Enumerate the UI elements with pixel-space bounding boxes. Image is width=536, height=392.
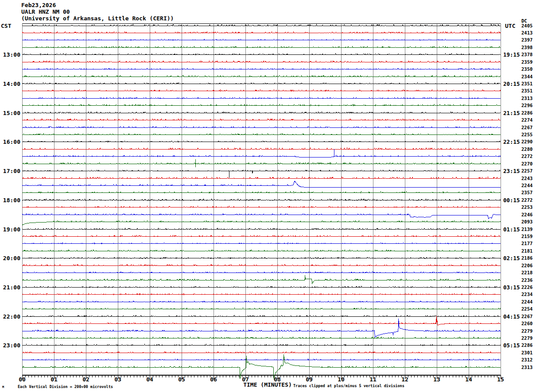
x-tick-label: 13	[433, 376, 440, 383]
dc-offset-value: 2301	[521, 350, 532, 355]
scale-note: Each Vertical Division = 200+00 microvol…	[18, 384, 113, 389]
seismogram-trace	[22, 90, 501, 91]
seismogram-trace	[22, 159, 501, 167]
seismogram-trace	[22, 235, 501, 236]
seismogram-trace	[22, 98, 501, 99]
seismogram-trace	[22, 206, 501, 207]
seismogram-trace	[22, 134, 501, 135]
dc-offset-value: 2279	[521, 328, 532, 334]
dc-offset-value: 2357	[521, 190, 532, 195]
dc-offset-value: 2272	[521, 154, 532, 159]
utc-time-label: 03:15	[503, 284, 520, 291]
seismogram-traces	[22, 25, 501, 380]
dc-offset-value: 2181	[521, 248, 532, 254]
dc-offset-value: 2312	[521, 357, 532, 362]
x-tick-label: 00	[19, 376, 26, 383]
utc-time-label: 21:15	[503, 110, 520, 116]
dc-offset-value: 2313	[521, 96, 532, 101]
utc-time-label: 01:15	[503, 226, 520, 233]
seismogram-trace	[22, 294, 501, 295]
dc-offset-value: 2286	[521, 110, 532, 115]
dc-offset-value: 2280	[521, 146, 532, 152]
seismogram-trace	[22, 199, 501, 200]
utc-time-label: 02:15	[503, 255, 520, 261]
dc-offset-value: 2413	[521, 30, 532, 35]
dc-offset-value: 2296	[521, 103, 532, 108]
dc-offset-value: 2272	[521, 197, 532, 203]
seismogram-trace	[22, 127, 501, 127]
seismogram-trace	[22, 319, 501, 337]
seismogram-trace	[22, 228, 501, 230]
dc-offset-value: 2267	[521, 125, 532, 130]
seismogram-trace	[22, 83, 501, 84]
dc-offset-value: 2253	[521, 204, 532, 210]
corner-mark: M	[2, 385, 4, 389]
x-axis-title: TIME (MINUTES)	[243, 381, 292, 388]
x-tick-label: 15	[497, 376, 504, 383]
dc-offset-value: 2351	[521, 81, 532, 86]
seismogram-trace	[22, 286, 501, 287]
seismogram-trace	[22, 272, 501, 273]
seismogram-trace	[22, 345, 501, 346]
seismogram-trace	[22, 119, 501, 120]
utc-time-label: 20:15	[503, 81, 520, 87]
seismogram-trace	[22, 149, 501, 158]
dc-offset-value: 2260	[521, 321, 532, 326]
seismogram-trace	[22, 192, 501, 192]
dc-offset-value: 2236	[521, 277, 532, 283]
cst-time-label: 22:00	[3, 313, 20, 320]
seismogram-trace	[22, 337, 501, 338]
seismogram-trace	[22, 39, 501, 40]
dc-offset-value: 2397	[521, 37, 532, 42]
dc-offset-value: 2244	[521, 183, 532, 188]
helicorder-plot: Feb23,2026 UALR HNZ NM 00 (University of…	[0, 0, 536, 392]
seismogram-trace	[22, 257, 501, 259]
x-tick-label: 03	[114, 376, 121, 383]
dc-offset-value: 2226	[521, 284, 532, 290]
station-label: UALR HNZ NM 00	[21, 8, 70, 15]
right-timezone-label: UTC	[505, 23, 515, 29]
dc-offset-value: 2186	[521, 255, 532, 261]
seismogram-trace	[22, 181, 501, 187]
seismogram-trace	[22, 25, 501, 26]
x-tick-label: 05	[178, 376, 185, 383]
helicorder-page: Feb23,2026 UALR HNZ NM 00 (University of…	[0, 0, 536, 392]
x-tick-label: 02	[82, 376, 89, 383]
dc-offset-value: 2351	[521, 88, 532, 93]
dc-offset-value: 2398	[521, 45, 532, 50]
clip-note: Traces clipped at plus/minus 5 vertical …	[293, 384, 404, 388]
dc-offset-value: 2177	[521, 241, 532, 246]
seismogram-trace	[22, 301, 501, 302]
seismogram-trace	[22, 275, 501, 284]
seismogram-trace	[22, 243, 501, 244]
seismogram-trace	[22, 69, 501, 69]
dc-offset-value: 2405	[521, 23, 532, 28]
dc-offset-value: 2257	[521, 168, 532, 173]
cst-time-label: 14:00	[3, 81, 20, 87]
seismogram-trace	[22, 46, 501, 47]
dc-offset-value: 2290	[521, 139, 532, 144]
cst-time-label: 20:00	[3, 255, 20, 261]
utc-time-label: 00:15	[503, 197, 520, 204]
seismogram-trace	[22, 250, 501, 251]
seismogram-trace	[22, 170, 501, 178]
utc-time-label: 05:15	[503, 342, 520, 349]
institution-label: (University of Arkansas, Little Rock (CE…	[21, 15, 174, 22]
left-timezone-label: CST	[1, 23, 12, 29]
dc-offset-value: 2274	[521, 117, 532, 123]
dc-offset-value: 2313	[521, 365, 532, 370]
dc-offset-value: 2234	[521, 292, 532, 297]
seismogram-trace	[22, 316, 501, 326]
utc-time-label: 04:15	[503, 313, 520, 320]
seismogram-trace	[22, 112, 501, 113]
cst-time-label: 15:00	[3, 110, 20, 116]
dc-offset-value: 2218	[521, 270, 532, 275]
seismogram-trace	[22, 359, 501, 360]
seismogram-trace	[22, 61, 501, 62]
x-tick-label: 04	[146, 376, 153, 383]
cst-time-label: 13:00	[3, 51, 20, 58]
dc-offset-value: 2206	[521, 263, 532, 268]
cst-time-label: 16:00	[3, 138, 20, 145]
x-tick-label: 14	[465, 376, 472, 383]
dc-offset-value: 2359	[521, 59, 532, 65]
